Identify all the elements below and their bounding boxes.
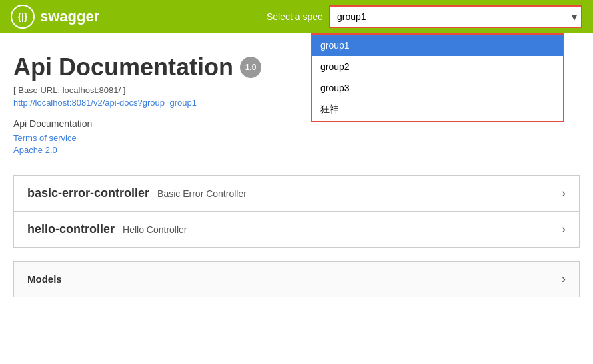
dropdown-item-group3[interactable]: group3	[312, 77, 563, 98]
spec-dropdown: group1 group2 group3 狂神	[311, 33, 564, 122]
license-link[interactable]: Apache 2.0	[13, 145, 580, 155]
chevron-right-icon-models: ›	[562, 272, 566, 286]
logo-text: swagger	[40, 8, 99, 25]
models-section[interactable]: Models ›	[13, 261, 580, 297]
controller-desc-basic-error: Basic Error Controller	[157, 188, 247, 199]
controller-desc-hello: Hello Controller	[123, 224, 187, 235]
header-right: Select a spec group1 group2 group3 狂神 ▾	[267, 5, 582, 28]
api-title: Api Documentation	[13, 53, 233, 81]
dropdown-item-group2[interactable]: group2	[312, 56, 563, 77]
controller-item-basic-error[interactable]: basic-error-controller Basic Error Contr…	[13, 175, 580, 211]
controllers-list: basic-error-controller Basic Error Contr…	[13, 175, 580, 248]
logo: {|} swagger	[11, 5, 99, 29]
header: {|} swagger Select a spec group1 group2 …	[0, 0, 593, 33]
version-badge: 1.0	[240, 57, 261, 78]
chevron-right-icon-hello: ›	[562, 222, 566, 236]
controller-name-basic-error: basic-error-controller	[27, 186, 149, 200]
chevron-right-icon-basic-error: ›	[562, 186, 566, 200]
spec-select[interactable]: group1 group2 group3 狂神	[329, 5, 582, 28]
select-spec-label: Select a spec	[267, 11, 322, 22]
dropdown-item-group1[interactable]: group1	[312, 35, 563, 56]
terms-of-service-link[interactable]: Terms of service	[13, 133, 580, 143]
controller-name-hello: hello-controller	[27, 222, 115, 236]
spec-select-wrapper: group1 group2 group3 狂神 ▾	[329, 5, 582, 28]
logo-icon: {|}	[11, 5, 35, 29]
dropdown-item-kuangshen[interactable]: 狂神	[312, 98, 563, 121]
controller-item-hello[interactable]: hello-controller Hello Controller ›	[13, 211, 580, 248]
models-label: Models	[27, 273, 62, 285]
